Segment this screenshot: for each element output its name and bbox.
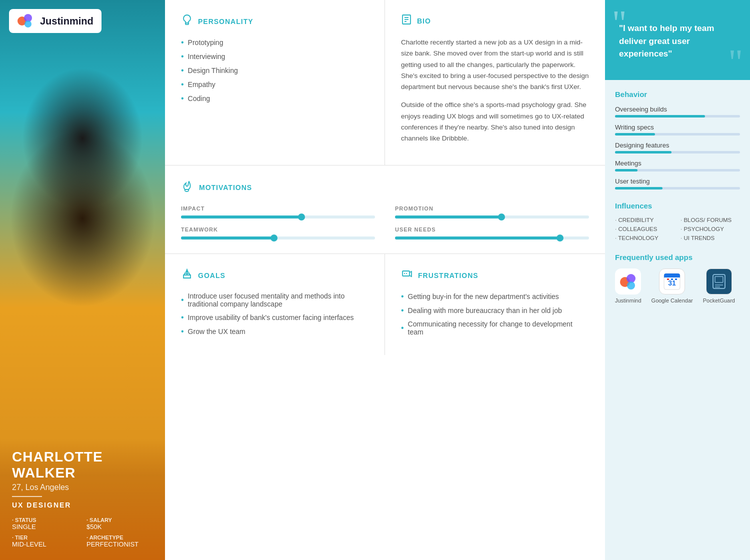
personality-icon	[181, 14, 193, 29]
stat-status: · STATUS SINGLE	[12, 517, 78, 530]
behavior-user-testing: User testing	[615, 178, 740, 190]
pocketguard-icon	[710, 272, 728, 290]
bottom-sections: Goals Introduce user focused mentality a…	[165, 254, 605, 355]
personality-header: PERSONALITY	[181, 14, 370, 29]
motivation-promotion: PROMOTION	[395, 206, 589, 218]
list-item: Empathy	[181, 80, 370, 89]
frustrations-list: Getting buy-in for the new department's …	[401, 292, 589, 336]
right-panel: " "I want to help my team deliver great …	[605, 0, 750, 560]
svg-rect-23	[671, 278, 673, 280]
list-item: Grow the UX team	[181, 327, 370, 336]
left-panel: Justinmind CHARLOTTE WALKER 27, Los Ange…	[0, 0, 165, 560]
gcal-icon: 31	[663, 272, 681, 290]
svg-rect-24	[675, 278, 677, 280]
svg-rect-22	[667, 278, 669, 280]
behavior-writing: Writing specs	[615, 124, 740, 136]
bio-para-2: Outside of the office she's a sports-mad…	[401, 100, 589, 144]
person-age: 27, Los Angeles	[12, 483, 153, 492]
bio-text: Charlotte recently started a new job as …	[401, 37, 589, 144]
frustrations-icon	[401, 268, 413, 283]
person-photo	[0, 0, 165, 364]
bio-section: BIO Charlotte recently started a new job…	[385, 0, 605, 165]
middle-panel: PERSONALITY Prototyping Interviewing Des…	[165, 0, 605, 560]
svg-point-16	[627, 282, 635, 290]
frustrations-header: Frustrations	[401, 268, 589, 283]
logo-box: Justinmind	[9, 9, 102, 33]
svg-text:31: 31	[668, 279, 676, 287]
svg-rect-11	[402, 271, 410, 276]
list-item: Introduce user focused mentality and met…	[181, 292, 370, 308]
motivations-icon	[181, 180, 194, 196]
list-item: Improve usability of bank's customer fac…	[181, 313, 370, 322]
frustrations-section: Frustrations Getting buy-in for the new …	[385, 254, 605, 355]
goals-header: Goals	[181, 268, 370, 283]
motivations-grid: IMPACT PROMOTION T	[181, 206, 589, 240]
logo-text: Justinmind	[40, 16, 94, 27]
stats-grid: · STATUS SINGLE · SALARY $50K · TIER MID…	[12, 517, 153, 548]
stat-salary: · SALARY $50K	[86, 517, 153, 530]
list-item: Getting buy-in for the new department's …	[401, 292, 589, 301]
goals-icon	[181, 268, 193, 283]
apps-title: Frequently used apps	[615, 253, 740, 262]
goals-section: Goals Introduce user focused mentality a…	[165, 254, 385, 355]
influence-technology: TECHNOLOGY	[615, 235, 674, 241]
stat-archetype: · ARCHETYPE PERFECTIONIST	[86, 534, 153, 548]
influences-title: Influences	[615, 202, 740, 210]
quote-text: "I want to help my team deliver great us…	[619, 14, 736, 60]
right-content: Behavior Overseeing builds Writing specs…	[605, 80, 750, 560]
list-item: Communicating necessity for change to de…	[401, 320, 589, 336]
influences-section: Influences CREDIBILITY BLOGS/ FORUMS COL…	[615, 202, 740, 241]
person-name: CHARLOTTE WALKER	[12, 449, 153, 481]
apps-section: Frequently used apps Justinmind	[615, 253, 740, 304]
goals-list: Introduce user focused mentality and met…	[181, 292, 370, 336]
app-gcal-label: Google Calendar	[652, 298, 693, 304]
svg-point-2	[24, 20, 32, 28]
app-justinmind-label: Justinmind	[615, 298, 642, 304]
list-item: Dealing with more bureaucracy than in he…	[401, 306, 589, 315]
behavior-overseeing: Overseeing builds	[615, 106, 740, 118]
bio-icon	[401, 14, 412, 28]
motivation-user-needs: USER NEEDS	[395, 226, 589, 240]
personality-list: Prototyping Interviewing Design Thinking…	[181, 38, 370, 103]
motivations-title: Motivations	[199, 184, 252, 192]
bio-para-1: Charlotte recently started a new job as …	[401, 37, 589, 92]
list-item: Prototyping	[181, 38, 370, 47]
svg-rect-20	[664, 276, 680, 278]
list-item: Interviewing	[181, 52, 370, 61]
frustrations-title: Frustrations	[418, 272, 478, 280]
impact-dot	[298, 214, 305, 220]
logo-icon	[17, 13, 33, 29]
app-pocketguard: PocketGuard	[703, 268, 735, 304]
influence-blogs: BLOGS/ FORUMS	[680, 217, 740, 223]
page-container: Justinmind CHARLOTTE WALKER 27, Los Ange…	[0, 0, 750, 560]
motivation-teamwork: TEAMWORK	[181, 226, 375, 240]
motivation-impact: IMPACT	[181, 206, 375, 218]
person-info: CHARLOTTE WALKER 27, Los Angeles UX DESI…	[0, 439, 165, 560]
person-role: UX DESIGNER	[12, 501, 153, 509]
svg-rect-26	[715, 276, 723, 282]
stat-tier: · TIER MID-LEVEL	[12, 534, 78, 548]
influences-grid: CREDIBILITY BLOGS/ FORUMS COLLEAGUES PSY…	[615, 217, 740, 241]
top-section: PERSONALITY Prototyping Interviewing Des…	[165, 0, 605, 166]
behavior-meetings: Meetings	[615, 160, 740, 172]
behavior-designing: Designing features	[615, 142, 740, 154]
personality-title: PERSONALITY	[198, 18, 254, 26]
user-needs-dot	[556, 234, 564, 242]
app-justinmind: Justinmind	[615, 268, 642, 304]
behavior-section: Behavior Overseeing builds Writing specs…	[615, 90, 740, 190]
app-gcal: 31 Google Calendar	[652, 268, 693, 304]
influence-ui-trends: UI TRENDS	[680, 235, 740, 241]
motivations-section: Motivations IMPACT PROMOTION	[165, 166, 605, 254]
list-item: Design Thinking	[181, 66, 370, 75]
influence-psychology: PSYCHOLOGY	[680, 226, 740, 232]
app-pocketguard-label: PocketGuard	[703, 298, 735, 304]
promotion-dot	[498, 214, 505, 220]
apps-grid: Justinmind 31	[615, 268, 740, 304]
name-divider	[12, 496, 42, 497]
influence-credibility: CREDIBILITY	[615, 217, 674, 223]
motivations-header: Motivations	[181, 180, 589, 196]
list-item: Coding	[181, 94, 370, 103]
teamwork-dot	[270, 234, 278, 242]
personality-section: PERSONALITY Prototyping Interviewing Des…	[165, 0, 385, 165]
quote-box: " "I want to help my team deliver great …	[605, 0, 750, 80]
